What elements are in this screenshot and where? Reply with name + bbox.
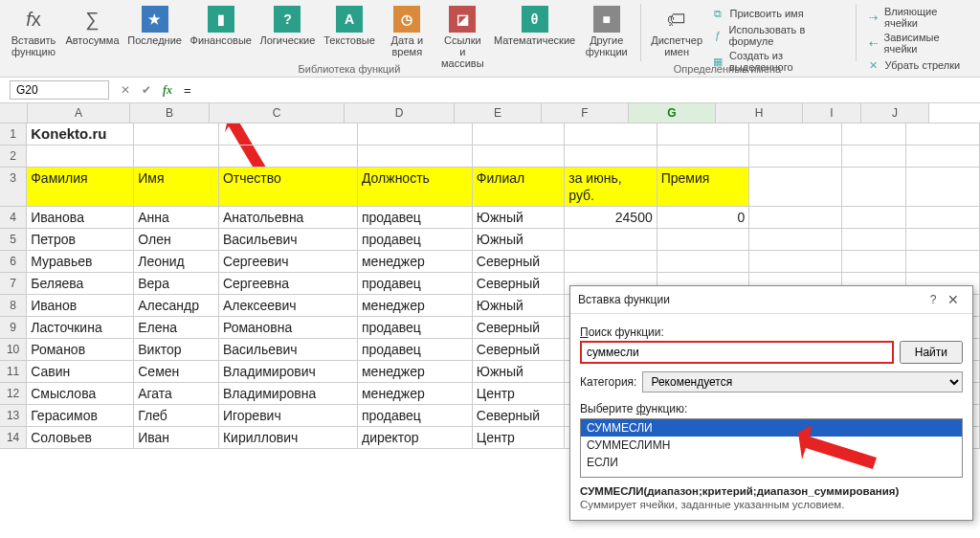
cell[interactable]: Северный <box>473 405 565 426</box>
cell[interactable]: Семен <box>134 361 219 382</box>
col-header-C[interactable]: C <box>210 103 345 123</box>
trace-dependents-button[interactable]: ⇠Зависимые ячейки <box>866 32 970 55</box>
cell[interactable]: менеджер <box>358 295 473 316</box>
cell[interactable] <box>842 168 906 206</box>
cell[interactable]: Муравьев <box>27 251 134 272</box>
col-header-I[interactable]: I <box>803 103 861 123</box>
row-header[interactable]: 13 <box>0 405 27 426</box>
text-button[interactable]: A Текстовые <box>320 4 380 48</box>
cell[interactable]: Алексеевич <box>219 295 358 316</box>
row-header[interactable]: 8 <box>0 295 27 316</box>
accept-formula-button[interactable]: ✔ <box>136 79 157 101</box>
logical-button[interactable]: ? Логические <box>256 4 320 48</box>
cell[interactable]: Центр <box>473 427 565 448</box>
row-header[interactable]: 3 <box>0 168 27 206</box>
cell[interactable]: Виктор <box>134 339 219 360</box>
cell[interactable]: Иван <box>134 427 219 448</box>
cell[interactable]: Вера <box>134 273 219 294</box>
cell[interactable]: Южный <box>473 295 565 316</box>
search-function-input[interactable] <box>580 341 894 364</box>
row-header[interactable]: 4 <box>0 207 27 228</box>
lookup-button[interactable]: ◪ Ссылки и массивы <box>434 4 490 71</box>
cell[interactable]: Глеб <box>134 405 219 426</box>
define-name-button[interactable]: ⧉Присвоить имя <box>710 6 803 21</box>
cell[interactable]: Северный <box>473 317 565 338</box>
cell[interactable]: Центр <box>473 383 565 404</box>
cell[interactable]: продавец <box>358 229 473 250</box>
cell[interactable] <box>842 146 906 167</box>
autosum-button[interactable]: ∑ Автосумма <box>61 4 123 48</box>
col-header-J[interactable]: J <box>861 103 929 123</box>
cell[interactable]: Иванова <box>27 207 134 228</box>
row-header[interactable]: 12 <box>0 383 27 404</box>
trace-precedents-button[interactable]: ⇢Влияющие ячейки <box>866 6 970 29</box>
function-list-item[interactable]: СУММЕСЛИ <box>581 419 962 437</box>
cell[interactable]: 0 <box>657 207 749 228</box>
cell[interactable] <box>219 146 358 167</box>
cell[interactable]: Южный <box>473 361 565 382</box>
cell[interactable]: Иванов <box>27 295 134 316</box>
name-box[interactable] <box>10 80 109 100</box>
cell[interactable]: Олен <box>134 229 219 250</box>
cell[interactable] <box>842 251 906 272</box>
cell[interactable] <box>749 251 841 272</box>
cell[interactable] <box>134 146 219 167</box>
cell[interactable]: Смыслова <box>27 383 134 404</box>
cell[interactable]: Филиал <box>473 168 565 206</box>
row-header[interactable]: 11 <box>0 361 27 382</box>
cell[interactable]: Имя <box>134 168 219 206</box>
formula-input[interactable]: = <box>178 80 980 101</box>
cell[interactable]: Соловьев <box>27 427 134 448</box>
insert-function-button[interactable]: fx Вставить функцию <box>6 4 61 59</box>
row-header[interactable]: 5 <box>0 229 27 250</box>
dialog-help-button[interactable]: ? <box>924 293 942 306</box>
cell[interactable] <box>906 168 980 206</box>
cell[interactable]: менеджер <box>358 383 473 404</box>
date-button[interactable]: ◷ Дата и время <box>379 4 434 59</box>
remove-arrows-button[interactable]: ✕Убрать стрелки <box>866 57 961 73</box>
cell[interactable]: Романовна <box>219 317 358 338</box>
cell[interactable] <box>906 251 980 272</box>
cell[interactable]: Отчество <box>219 168 358 206</box>
category-select[interactable]: Рекомендуется <box>642 371 963 392</box>
other-func-button[interactable]: ■ Другие функции <box>579 4 635 59</box>
cell[interactable]: Южный <box>473 207 565 228</box>
cell[interactable]: Северный <box>473 251 565 272</box>
cell[interactable] <box>565 251 657 272</box>
cell[interactable]: Сергеевна <box>219 273 358 294</box>
cell[interactable] <box>906 229 980 250</box>
cell[interactable]: менеджер <box>358 251 473 272</box>
cell[interactable] <box>565 123 657 145</box>
cell[interactable]: Владимировна <box>219 383 358 404</box>
col-header-D[interactable]: D <box>345 103 455 123</box>
function-list[interactable]: СУММЕСЛИ СУММЕСЛИМН ЕСЛИ <box>580 418 963 478</box>
cell[interactable] <box>473 123 565 145</box>
row-header[interactable]: 7 <box>0 273 27 294</box>
cell[interactable] <box>749 146 841 167</box>
cell[interactable]: продавец <box>358 207 473 228</box>
cell[interactable] <box>657 123 749 145</box>
cell[interactable]: Романов <box>27 339 134 360</box>
cell[interactable]: Владимирович <box>219 361 358 382</box>
cell[interactable] <box>565 146 657 167</box>
cell[interactable]: Ласточкина <box>27 317 134 338</box>
cell[interactable] <box>219 123 358 145</box>
cell[interactable]: продавец <box>358 317 473 338</box>
cell[interactable]: Южный <box>473 229 565 250</box>
cell[interactable]: Должность <box>358 168 473 206</box>
cell[interactable] <box>657 251 749 272</box>
cell[interactable] <box>657 229 749 250</box>
cell[interactable] <box>906 207 980 228</box>
cell[interactable] <box>749 229 841 250</box>
cell[interactable]: Премия <box>657 168 749 206</box>
cell[interactable] <box>657 146 749 167</box>
cell[interactable] <box>565 229 657 250</box>
cell[interactable]: Беляева <box>27 273 134 294</box>
dialog-close-button[interactable]: ✕ <box>942 292 965 307</box>
row-header[interactable]: 2 <box>0 146 27 167</box>
cell[interactable] <box>134 123 219 145</box>
cell[interactable]: менеджер <box>358 361 473 382</box>
cell[interactable]: Васильевич <box>219 339 358 360</box>
row-header[interactable]: 10 <box>0 339 27 360</box>
find-button[interactable]: Найти <box>900 341 963 364</box>
